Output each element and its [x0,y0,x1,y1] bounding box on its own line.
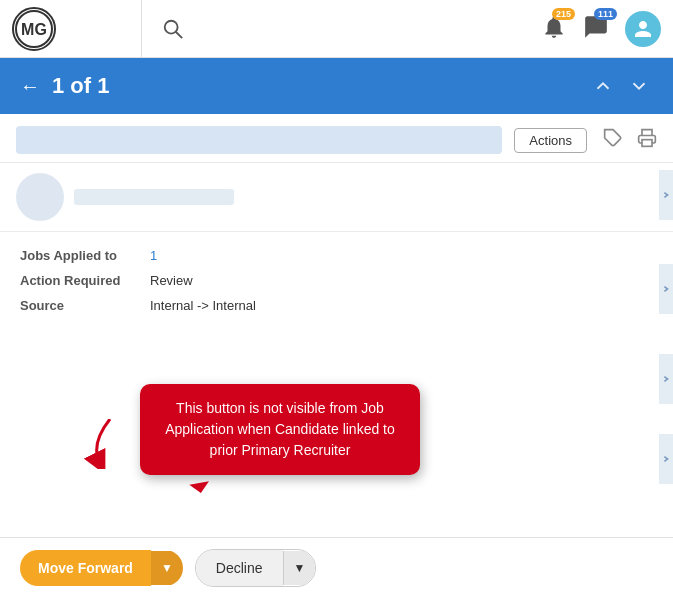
source-row: Source Internal -> Internal [20,298,653,313]
chevron-right-icon-3 [662,375,670,383]
messages-badge: 111 [594,8,617,20]
tag-button[interactable] [603,128,623,153]
jobs-applied-label: Jobs Applied to [20,248,150,263]
candidate-avatar-placeholder [16,173,64,221]
tooltip-callout: This button is not visible from Job Appl… [140,384,420,475]
record-header: ← 1 of 1 [0,58,673,114]
print-button[interactable] [637,128,657,153]
user-avatar[interactable] [625,11,661,47]
nav-right: 215 111 [541,11,661,47]
next-record-button[interactable] [625,72,653,100]
chevron-right-icon [662,191,670,199]
app-logo: MG [12,7,56,51]
side-expander-4[interactable] [659,434,673,484]
chevron-right-icon-4 [662,455,670,463]
decline-button-group: Decline ▼ [195,549,317,587]
action-required-value: Review [150,273,193,288]
candidate-avatar-row [0,163,673,231]
messages-button[interactable]: 111 [583,14,609,44]
side-expander-3[interactable] [659,354,673,404]
printer-icon [637,128,657,148]
info-fields: Jobs Applied to 1 Action Required Review… [0,231,673,329]
action-required-row: Action Required Review [20,273,653,288]
record-navigation [589,72,653,100]
main-content: Actions Jobs Applied to 1 Action Require… [0,114,673,537]
pointer-arrow [80,419,140,469]
candidate-card-header: Actions [0,114,673,163]
move-forward-button-group: Move Forward ▼ [20,550,183,586]
bottom-action-bar: Move Forward ▼ Decline ▼ [0,537,673,597]
chevron-right-icon-2 [662,285,670,293]
record-title: 1 of 1 [52,73,109,99]
prev-record-button[interactable] [589,72,617,100]
notifications-button[interactable]: 215 [541,14,567,44]
top-navigation: MG 215 111 [0,0,673,58]
svg-point-2 [165,20,178,33]
chevron-down-icon [628,75,650,97]
tag-icon [603,128,623,148]
side-expander-2[interactable] [659,264,673,314]
move-forward-dropdown-button[interactable]: ▼ [151,551,183,585]
source-label: Source [20,298,150,313]
avatar-icon [633,19,653,39]
action-required-label: Action Required [20,273,150,288]
back-button[interactable]: ← [20,75,40,98]
candidate-name-placeholder [16,126,502,154]
logo-svg: MG [14,9,54,49]
logo-area: MG [12,0,142,57]
source-value: Internal -> Internal [150,298,256,313]
decline-main-button[interactable]: Decline [196,550,283,586]
search-button[interactable] [154,18,184,40]
svg-line-3 [176,31,182,37]
side-expander-1[interactable] [659,170,673,220]
candidate-name-text-placeholder [74,189,234,205]
search-icon [162,18,184,40]
move-forward-main-button[interactable]: Move Forward [20,550,151,586]
actions-button[interactable]: Actions [514,128,587,153]
jobs-applied-row: Jobs Applied to 1 [20,248,653,263]
notifications-badge: 215 [552,8,575,20]
decline-dropdown-button[interactable]: ▼ [283,551,316,585]
svg-rect-5 [642,139,652,146]
chevron-up-icon [592,75,614,97]
svg-text:MG: MG [21,21,47,38]
jobs-applied-value[interactable]: 1 [150,248,157,263]
tooltip-text: This button is not visible from Job Appl… [165,400,395,458]
